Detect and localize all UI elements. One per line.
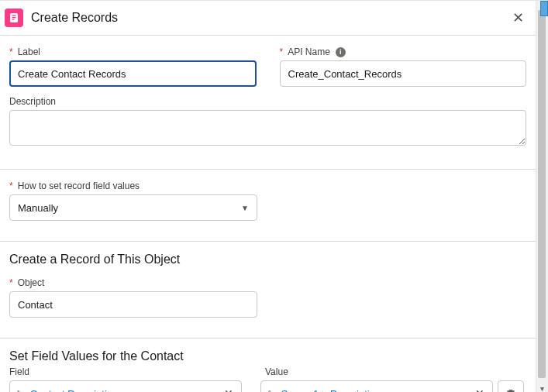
info-icon[interactable]: i bbox=[336, 47, 346, 57]
howto-select[interactable]: Manually ▼ bbox=[9, 194, 257, 221]
fieldvalue-row: Aa Contact Description ✕ ← Aa Screen1 > … bbox=[0, 380, 536, 392]
chevron-down-icon: ▼ bbox=[241, 204, 249, 212]
remove-field-icon[interactable]: ✕ bbox=[221, 387, 236, 392]
howto-section: How to set record field values Manually … bbox=[0, 170, 536, 224]
dialog-header: Create Records ✕ bbox=[0, 1, 536, 36]
vertical-scrollbar[interactable]: ▴ ▾ bbox=[536, 1, 548, 392]
api-name-label: API Name i bbox=[280, 46, 527, 57]
svg-rect-2 bbox=[12, 17, 16, 18]
svg-rect-3 bbox=[12, 19, 15, 20]
object-section-heading: Create a Record of This Object bbox=[0, 242, 536, 270]
svg-rect-1 bbox=[12, 15, 16, 16]
value-pill-input[interactable]: Aa Screen1 > Description ✕ bbox=[260, 380, 493, 392]
fieldvalues-header-row: Field Value bbox=[0, 366, 536, 380]
field-pill-input[interactable]: Aa Contact Description ✕ bbox=[9, 380, 242, 392]
text-type-icon: Aa bbox=[266, 387, 277, 392]
scrollbar-thumb[interactable] bbox=[538, 10, 546, 378]
trash-icon bbox=[505, 388, 516, 392]
field-col-label: Field bbox=[9, 366, 265, 377]
howto-label: How to set record field values bbox=[9, 181, 526, 191]
object-section: Object bbox=[0, 270, 536, 321]
object-label: Object bbox=[9, 277, 526, 288]
fieldvalues-heading: Set Field Values for the Contact bbox=[0, 339, 536, 366]
basic-info-section: Label API Name i Description bbox=[0, 36, 536, 152]
create-records-icon bbox=[5, 9, 23, 27]
dialog-main: Create Records ✕ Label API Name i Descri… bbox=[0, 1, 536, 392]
close-icon[interactable]: ✕ bbox=[509, 9, 526, 26]
remove-value-icon[interactable]: ✕ bbox=[472, 387, 488, 392]
text-type-icon: Aa bbox=[15, 387, 26, 392]
label-input[interactable] bbox=[9, 60, 257, 87]
arrow-left-icon: ← bbox=[242, 387, 260, 392]
api-name-label-text: API Name bbox=[288, 46, 330, 57]
field-pill-text: Contact Description bbox=[30, 388, 216, 393]
label-field-label: Label bbox=[9, 46, 257, 57]
description-textarea[interactable] bbox=[9, 110, 526, 146]
value-pill-text: Screen1 > Description bbox=[281, 388, 467, 393]
delete-row-button[interactable] bbox=[498, 380, 524, 392]
api-name-input[interactable] bbox=[280, 60, 527, 87]
description-label: Description bbox=[9, 96, 526, 107]
side-tab-handle[interactable] bbox=[540, 1, 548, 16]
scroll-down-icon[interactable]: ▾ bbox=[536, 383, 549, 392]
howto-value: Manually bbox=[18, 202, 58, 214]
object-input[interactable] bbox=[9, 291, 257, 318]
dialog-title: Create Records bbox=[31, 11, 509, 25]
dialog-viewport: Create Records ✕ Label API Name i Descri… bbox=[0, 0, 548, 392]
value-col-label: Value bbox=[265, 366, 526, 377]
